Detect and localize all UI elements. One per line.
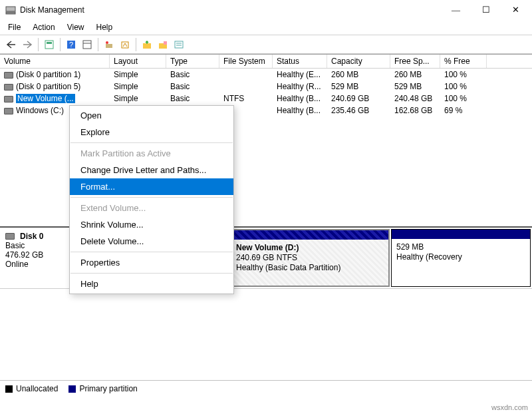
col-status[interactable]: Status	[273, 55, 327, 68]
ctx-explore[interactable]: Explore	[70, 124, 233, 140]
ctx-extend: Extend Volume...	[70, 200, 233, 216]
svg-rect-1	[6, 12, 15, 14]
ctx-properties[interactable]: Properties	[70, 254, 233, 271]
disk-icon	[5, 233, 15, 240]
col-filesystem[interactable]: File System	[219, 55, 273, 68]
svg-point-9	[106, 41, 108, 44]
back-button[interactable]	[4, 37, 19, 52]
svg-rect-14	[175, 41, 183, 48]
svg-rect-0	[6, 7, 15, 11]
tb-folder2-icon[interactable]	[156, 37, 170, 52]
part-title: New Volume (D:)	[236, 243, 384, 253]
volume-row[interactable]: (Disk 0 partition 1)SimpleBasicHealthy (…	[0, 69, 532, 81]
minimize-button[interactable]: —	[441, 1, 471, 20]
legend-unallocated: Unallocated	[16, 384, 58, 393]
tb-list-icon[interactable]	[172, 37, 186, 52]
ctx-change-letter[interactable]: Change Drive Letter and Paths...	[70, 162, 233, 178]
menu-view[interactable]: View	[62, 21, 90, 33]
legend-primary: Primary partition	[79, 384, 137, 393]
col-type[interactable]: Type	[166, 55, 219, 68]
menu-action[interactable]: Action	[27, 21, 60, 33]
toolbar: ?	[0, 35, 532, 54]
svg-rect-8	[106, 44, 112, 48]
svg-rect-2	[45, 41, 53, 49]
ctx-shrink[interactable]: Shrink Volume...	[70, 216, 233, 233]
ctx-help[interactable]: Help	[70, 276, 233, 292]
volume-row[interactable]: (Disk 0 partition 5)SimpleBasicHealthy (…	[0, 81, 532, 93]
app-icon	[5, 5, 16, 15]
context-menu: Open Explore Mark Partition as Active Ch…	[69, 105, 234, 294]
col-capacity[interactable]: Capacity	[327, 55, 390, 68]
volume-row[interactable]: New Volume (...SimpleBasicNTFSHealthy (B…	[0, 93, 532, 104]
titlebar: Disk Management — ☐ ✕	[0, 0, 532, 20]
tb-settings-icon[interactable]	[42, 37, 57, 52]
disk-status: Online	[5, 260, 67, 269]
svg-rect-11	[143, 43, 151, 49]
volume-header: Volume Layout Type File System Status Ca…	[0, 55, 532, 69]
col-layout[interactable]: Layout	[110, 55, 166, 68]
watermark: wsxdn.com	[491, 401, 528, 414]
disk-name: Disk 0	[20, 232, 43, 241]
legend: Unallocated Primary partition	[0, 380, 532, 397]
svg-rect-3	[47, 42, 52, 44]
window-title: Disk Management	[20, 5, 441, 15]
ctx-format[interactable]: Format...	[70, 178, 233, 195]
disk-size: 476.92 GB	[5, 250, 67, 260]
maximize-button[interactable]: ☐	[471, 1, 501, 20]
disk-info[interactable]: Disk 0 Basic 476.92 GB Online	[0, 228, 73, 288]
ctx-delete[interactable]: Delete Volume...	[70, 233, 233, 250]
partition-new-volume[interactable]: New Volume (D:) 240.69 GB NTFS Healthy (…	[230, 229, 390, 287]
svg-text:?: ?	[69, 41, 73, 49]
col-free[interactable]: Free Sp...	[390, 55, 440, 68]
menu-help[interactable]: Help	[91, 21, 118, 33]
ctx-open[interactable]: Open	[70, 107, 233, 124]
col-pctfree[interactable]: % Free	[440, 55, 487, 68]
tb-folder1-icon[interactable]	[140, 37, 154, 52]
help-icon[interactable]: ?	[64, 37, 78, 52]
menu-file[interactable]: File	[3, 21, 26, 33]
disk-type: Basic	[5, 241, 67, 250]
svg-rect-6	[83, 41, 91, 49]
col-volume[interactable]: Volume	[0, 55, 110, 68]
tb-action1-icon[interactable]	[102, 37, 116, 52]
svg-rect-13	[164, 41, 167, 45]
ctx-mark-active: Mark Partition as Active	[70, 145, 233, 162]
tb-action2-icon[interactable]	[118, 37, 132, 52]
close-button[interactable]: ✕	[501, 1, 531, 20]
partition-recovery[interactable]: 529 MB Healthy (Recovery	[391, 229, 531, 287]
forward-button[interactable]	[20, 37, 35, 52]
menubar: File Action View Help	[0, 20, 532, 35]
tb-view-icon[interactable]	[80, 37, 94, 52]
